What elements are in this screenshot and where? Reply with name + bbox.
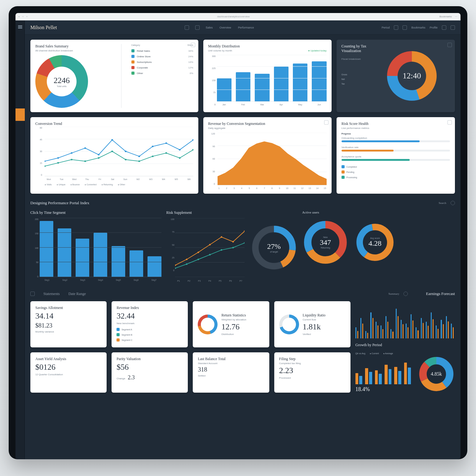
grid-icon[interactable] xyxy=(195,25,200,30)
svg-point-40 xyxy=(186,259,187,260)
topbar: Milson Pellet Sales Overview Performance… xyxy=(25,20,461,35)
click-bar-chart: 200150100500 Seg1Seg2Seg3Seg4Seg5Seg6Seg… xyxy=(40,218,161,283)
card-monthly: Monthly Distribution Unit volume by mont… xyxy=(203,40,332,112)
svg-point-25 xyxy=(152,156,154,157)
expand-icon[interactable] xyxy=(191,43,195,47)
progress-list: Onboarding completionVerification rateAc… xyxy=(342,137,450,161)
svg-point-21 xyxy=(98,157,99,159)
earnings-spark-chart xyxy=(355,301,455,338)
svg-point-26 xyxy=(165,152,167,154)
completion-gauge: 27% of target xyxy=(251,224,297,271)
filter-icon[interactable] xyxy=(30,292,35,296)
label-period[interactable]: Period xyxy=(381,26,390,29)
svg-point-42 xyxy=(209,244,210,245)
card-progress: Risk Score Health Live performance metri… xyxy=(337,117,455,194)
expand-icon[interactable] xyxy=(324,120,328,125)
search-icon[interactable] xyxy=(451,201,455,205)
svg-point-41 xyxy=(197,252,199,253)
stat-card-liquidity: Liquidity Ratio Current flow 1.81k Verif… xyxy=(274,301,350,347)
svg-point-10 xyxy=(111,139,113,141)
stat-card-yield: Asset Yield Analysis $0126 12 Quarter Co… xyxy=(30,352,107,393)
svg-point-13 xyxy=(152,146,154,147)
stat-card-revenue: Revenue Index 32.44 New benchmark Segmen… xyxy=(112,301,188,347)
settings-icon[interactable] xyxy=(451,25,455,30)
section-earnings-title: Earnings Forecast xyxy=(426,291,455,296)
tab-daterange[interactable]: Date Range xyxy=(68,292,86,296)
tab-risk[interactable]: Risk Supplement xyxy=(166,210,298,215)
stat-card-filing: Filing Step Completed tax filing 2.23 Pr… xyxy=(274,352,350,393)
stat-card-return: Return Statistics Weighted by allocation… xyxy=(193,301,269,347)
tab-overview[interactable]: Overview xyxy=(219,26,231,29)
address-bar[interactable]: dashboard/analytics/overview xyxy=(27,15,439,18)
svg-point-44 xyxy=(232,241,234,243)
brand-title: Milson Pellet xyxy=(30,25,57,30)
histogram-area-chart: 1209060300 xyxy=(218,133,327,185)
score-gauge: Avg score 4.28 xyxy=(355,222,395,262)
search-link[interactable]: Search xyxy=(439,201,447,205)
expand-icon[interactable] xyxy=(447,43,452,47)
sidebar-active-indicator[interactable] xyxy=(15,108,25,121)
svg-point-12 xyxy=(138,156,140,157)
mini-donut-icon xyxy=(198,315,218,334)
svg-point-18 xyxy=(57,162,59,164)
svg-point-9 xyxy=(98,154,99,156)
card-counting: Counting by Tax Visualization Fiscal bre… xyxy=(337,40,455,112)
svg-point-48 xyxy=(197,259,199,260)
svg-point-14 xyxy=(165,143,167,144)
growth-bar-chart xyxy=(355,356,413,384)
svg-point-22 xyxy=(111,151,113,152)
svg-point-23 xyxy=(125,159,127,161)
segment-pie: 4.85k xyxy=(418,355,455,393)
svg-point-51 xyxy=(232,247,234,249)
svg-point-43 xyxy=(221,236,222,238)
tab-performance[interactable]: Performance xyxy=(238,26,254,29)
svg-point-11 xyxy=(125,151,127,152)
svg-point-5 xyxy=(45,161,46,162)
tab-sales[interactable]: Sales xyxy=(206,26,213,29)
svg-point-49 xyxy=(209,254,210,255)
mini-ring-icon xyxy=(279,315,299,334)
link-icon[interactable] xyxy=(403,25,407,30)
browser-chrome: •‹› dashboard/analytics/overview Bookmar… xyxy=(15,13,461,20)
svg-point-47 xyxy=(186,263,187,265)
active-users-gauge: New 347 Returning xyxy=(302,219,349,266)
section-heading-performance: Designing Performance Portal Index Searc… xyxy=(25,194,461,205)
summary-donut-chart: 2246 Total units xyxy=(35,55,88,108)
svg-point-17 xyxy=(45,165,46,167)
svg-point-24 xyxy=(138,161,140,162)
card-title: Brand Sales Summary xyxy=(35,44,111,49)
label-profile[interactable]: Profile xyxy=(430,26,438,29)
svg-point-19 xyxy=(71,159,73,161)
svg-point-15 xyxy=(179,149,181,151)
bell-icon[interactable] xyxy=(442,25,446,30)
stat-card-balance: Last Balance Total Standard Account 318 … xyxy=(193,352,269,393)
svg-point-50 xyxy=(221,249,222,251)
svg-point-27 xyxy=(179,157,181,159)
summary-legend: Retail Sales38%Online Store24%Subscripti… xyxy=(131,49,193,75)
menu-icon[interactable] xyxy=(18,25,22,29)
doc-icon[interactable] xyxy=(185,25,189,30)
tab-click-segment[interactable]: Click by Time Segment xyxy=(30,210,161,215)
trend-line-chart: 604530150 xyxy=(45,127,193,176)
sidebar xyxy=(15,20,25,459)
tab-statements[interactable]: Statements xyxy=(43,292,60,296)
risk-line-chart: 1007550250 P1P2P3P4P5P6P7 xyxy=(166,218,245,277)
card-summary: Brand Sales Summary All channel distribu… xyxy=(30,40,198,112)
counting-donut-chart: 12:40 xyxy=(387,51,437,101)
expand-icon[interactable] xyxy=(447,120,452,125)
label-bookmarks[interactable]: Bookmarks xyxy=(411,26,425,29)
svg-point-7 xyxy=(71,152,73,154)
card-trend: Conversion Trend 604530150 MonTueWedThuF… xyxy=(30,117,198,194)
stat-card-savings: Savings Allotment 34.14 $81.23 Monthly v… xyxy=(30,301,107,347)
svg-point-20 xyxy=(84,161,86,162)
share-icon[interactable] xyxy=(394,25,398,30)
svg-point-6 xyxy=(57,157,59,159)
card-histogram: Revenue by Conversion Segmentation Daily… xyxy=(203,117,332,194)
top-tabs: Sales Overview Performance xyxy=(206,26,254,29)
monthly-bar-chart xyxy=(217,55,327,102)
stat-card-parity: Parity Valuation $56 Change 2.3 xyxy=(112,352,188,393)
chat-icon[interactable] xyxy=(403,292,408,296)
svg-point-8 xyxy=(84,147,86,149)
